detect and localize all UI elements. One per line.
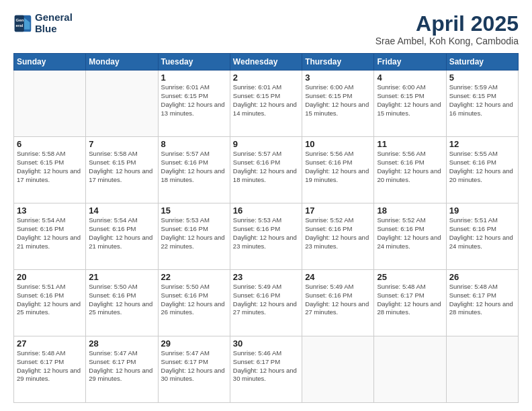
calendar-cell: 4Sunrise: 6:00 AM Sunset: 6:15 PM Daylig… (374, 71, 446, 137)
calendar-header-friday: Friday (374, 54, 446, 71)
day-number: 24 (305, 272, 371, 282)
svg-text:Gen: Gen (16, 17, 24, 22)
day-number: 20 (17, 272, 83, 282)
calendar-cell: 20Sunrise: 5:51 AM Sunset: 6:16 PM Dayli… (14, 270, 86, 336)
calendar-cell: 3Sunrise: 6:00 AM Sunset: 6:15 PM Daylig… (302, 71, 374, 137)
calendar-cell: 2Sunrise: 6:01 AM Sunset: 6:15 PM Daylig… (230, 71, 302, 137)
day-info: Sunrise: 5:55 AM Sunset: 6:16 PM Dayligh… (449, 150, 515, 184)
day-info: Sunrise: 5:51 AM Sunset: 6:16 PM Dayligh… (17, 283, 83, 317)
calendar-header-thursday: Thursday (302, 54, 374, 71)
calendar-header-tuesday: Tuesday (158, 54, 230, 71)
calendar-cell (446, 336, 518, 403)
day-info: Sunrise: 5:49 AM Sunset: 6:16 PM Dayligh… (305, 283, 371, 317)
logo-line1: General (35, 12, 73, 24)
day-info: Sunrise: 5:58 AM Sunset: 6:15 PM Dayligh… (17, 150, 83, 184)
day-info: Sunrise: 5:49 AM Sunset: 6:16 PM Dayligh… (233, 283, 299, 317)
calendar-cell (14, 71, 86, 137)
calendar-cell: 21Sunrise: 5:50 AM Sunset: 6:16 PM Dayli… (86, 270, 158, 336)
day-number: 8 (161, 139, 227, 149)
calendar-cell: 10Sunrise: 5:56 AM Sunset: 6:16 PM Dayli… (302, 137, 374, 203)
day-info: Sunrise: 5:48 AM Sunset: 6:17 PM Dayligh… (377, 283, 443, 317)
calendar-cell (374, 336, 446, 403)
day-info: Sunrise: 5:53 AM Sunset: 6:16 PM Dayligh… (233, 216, 299, 250)
day-number: 29 (161, 338, 227, 349)
logo: Gen eral General Blue (13, 12, 73, 34)
day-number: 19 (449, 205, 515, 216)
calendar-cell: 23Sunrise: 5:49 AM Sunset: 6:16 PM Dayli… (230, 270, 302, 336)
calendar-cell (86, 71, 158, 137)
logo-text: General Blue (35, 12, 73, 34)
day-number: 2 (233, 73, 299, 83)
calendar-cell: 26Sunrise: 5:48 AM Sunset: 6:17 PM Dayli… (446, 270, 518, 336)
day-info: Sunrise: 6:01 AM Sunset: 6:15 PM Dayligh… (233, 83, 299, 118)
day-info: Sunrise: 5:58 AM Sunset: 6:15 PM Dayligh… (89, 150, 154, 184)
calendar-cell (302, 336, 374, 403)
calendar-cell: 5Sunrise: 5:59 AM Sunset: 6:15 PM Daylig… (446, 71, 518, 137)
day-info: Sunrise: 5:53 AM Sunset: 6:16 PM Dayligh… (161, 216, 227, 250)
day-number: 3 (305, 73, 371, 83)
day-number: 1 (161, 73, 227, 83)
subtitle: Srae Ambel, Koh Kong, Cambodia (375, 36, 519, 46)
calendar-table: SundayMondayTuesdayWednesdayThursdayFrid… (13, 53, 519, 403)
day-number: 17 (305, 205, 371, 216)
calendar-cell: 9Sunrise: 5:57 AM Sunset: 6:16 PM Daylig… (230, 137, 302, 203)
day-info: Sunrise: 5:47 AM Sunset: 6:17 PM Dayligh… (89, 349, 154, 383)
title-block: April 2025 Srae Ambel, Koh Kong, Cambodi… (375, 12, 519, 46)
day-info: Sunrise: 5:48 AM Sunset: 6:17 PM Dayligh… (17, 349, 83, 383)
calendar-cell: 14Sunrise: 5:54 AM Sunset: 6:16 PM Dayli… (86, 203, 158, 270)
day-number: 18 (377, 205, 443, 216)
calendar-cell: 29Sunrise: 5:47 AM Sunset: 6:17 PM Dayli… (158, 336, 230, 403)
calendar-cell: 22Sunrise: 5:50 AM Sunset: 6:16 PM Dayli… (158, 270, 230, 336)
day-info: Sunrise: 5:56 AM Sunset: 6:16 PM Dayligh… (305, 150, 371, 184)
calendar-header-monday: Monday (86, 54, 158, 71)
logo-icon: Gen eral (13, 14, 32, 33)
day-number: 22 (161, 272, 227, 282)
calendar-cell: 28Sunrise: 5:47 AM Sunset: 6:17 PM Dayli… (86, 336, 158, 403)
calendar-cell: 24Sunrise: 5:49 AM Sunset: 6:16 PM Dayli… (302, 270, 374, 336)
day-number: 4 (377, 73, 443, 83)
day-info: Sunrise: 5:51 AM Sunset: 6:16 PM Dayligh… (449, 216, 515, 250)
calendar-header-row: SundayMondayTuesdayWednesdayThursdayFrid… (14, 54, 519, 71)
day-number: 9 (233, 139, 299, 149)
day-number: 12 (449, 139, 515, 149)
day-info: Sunrise: 5:54 AM Sunset: 6:16 PM Dayligh… (17, 216, 83, 250)
day-number: 11 (377, 139, 443, 149)
calendar-cell: 13Sunrise: 5:54 AM Sunset: 6:16 PM Dayli… (14, 203, 86, 270)
day-number: 7 (89, 139, 154, 149)
day-number: 14 (89, 205, 154, 216)
day-number: 6 (17, 139, 83, 149)
day-number: 15 (161, 205, 227, 216)
calendar-week-row: 27Sunrise: 5:48 AM Sunset: 6:17 PM Dayli… (14, 336, 519, 403)
day-info: Sunrise: 5:46 AM Sunset: 6:17 PM Dayligh… (233, 349, 299, 383)
calendar-cell: 12Sunrise: 5:55 AM Sunset: 6:16 PM Dayli… (446, 137, 518, 203)
day-number: 30 (233, 338, 299, 349)
svg-text:eral: eral (16, 23, 24, 28)
day-info: Sunrise: 6:01 AM Sunset: 6:15 PM Dayligh… (161, 83, 227, 118)
day-number: 10 (305, 139, 371, 149)
logo-line2: Blue (35, 24, 73, 35)
day-number: 28 (89, 338, 154, 349)
day-number: 23 (233, 272, 299, 282)
day-info: Sunrise: 5:50 AM Sunset: 6:16 PM Dayligh… (161, 283, 227, 317)
day-info: Sunrise: 5:48 AM Sunset: 6:17 PM Dayligh… (449, 283, 515, 317)
calendar-cell: 8Sunrise: 5:57 AM Sunset: 6:16 PM Daylig… (158, 137, 230, 203)
calendar-cell: 11Sunrise: 5:56 AM Sunset: 6:16 PM Dayli… (374, 137, 446, 203)
day-number: 27 (17, 338, 83, 349)
day-number: 25 (377, 272, 443, 282)
day-info: Sunrise: 5:52 AM Sunset: 6:16 PM Dayligh… (305, 216, 371, 250)
day-number: 16 (233, 205, 299, 216)
calendar-week-row: 13Sunrise: 5:54 AM Sunset: 6:16 PM Dayli… (14, 203, 519, 270)
day-info: Sunrise: 5:52 AM Sunset: 6:16 PM Dayligh… (377, 216, 443, 250)
calendar-week-row: 20Sunrise: 5:51 AM Sunset: 6:16 PM Dayli… (14, 270, 519, 336)
day-info: Sunrise: 5:56 AM Sunset: 6:16 PM Dayligh… (377, 150, 443, 184)
calendar-header-sunday: Sunday (14, 54, 86, 71)
day-info: Sunrise: 5:50 AM Sunset: 6:16 PM Dayligh… (89, 283, 154, 317)
calendar-cell: 19Sunrise: 5:51 AM Sunset: 6:16 PM Dayli… (446, 203, 518, 270)
calendar-week-row: 1Sunrise: 6:01 AM Sunset: 6:15 PM Daylig… (14, 71, 519, 137)
day-info: Sunrise: 5:54 AM Sunset: 6:16 PM Dayligh… (89, 216, 154, 250)
day-info: Sunrise: 5:57 AM Sunset: 6:16 PM Dayligh… (233, 150, 299, 184)
calendar-cell: 1Sunrise: 6:01 AM Sunset: 6:15 PM Daylig… (158, 71, 230, 137)
calendar-cell: 30Sunrise: 5:46 AM Sunset: 6:17 PM Dayli… (230, 336, 302, 403)
calendar-header-wednesday: Wednesday (230, 54, 302, 71)
page: Gen eral General Blue April 2025 Srae Am… (0, 0, 532, 411)
